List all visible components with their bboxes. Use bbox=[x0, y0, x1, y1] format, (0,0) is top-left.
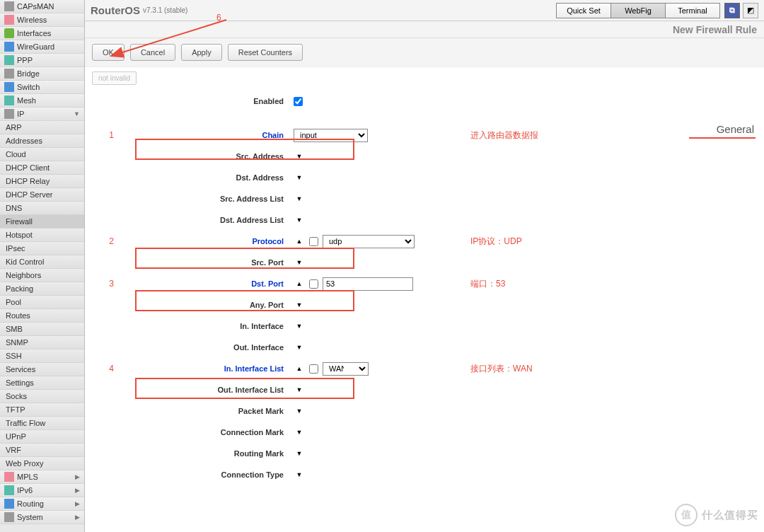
protocol-select[interactable]: udp bbox=[323, 235, 415, 248]
quickset-button[interactable]: Quick Set bbox=[556, 3, 611, 18]
sidebar-item-dhcp-client[interactable]: DHCP Client bbox=[0, 161, 84, 175]
sidebar-item-tftp[interactable]: TFTP bbox=[0, 403, 84, 417]
sidebar-item-label: VRF bbox=[6, 446, 21, 454]
ok-button[interactable]: OK bbox=[92, 44, 125, 61]
sidebar-item-routes[interactable]: Routes bbox=[0, 309, 84, 323]
page-title: New Firewall Rule bbox=[673, 24, 757, 35]
sidebar-item-kid-control[interactable]: Kid Control bbox=[0, 255, 84, 269]
cancel-button[interactable]: Cancel bbox=[130, 44, 175, 61]
dst-port-input[interactable] bbox=[323, 277, 413, 291]
in-iflist-invert-checkbox[interactable] bbox=[309, 364, 318, 374]
collapse-icon[interactable]: ▲ bbox=[294, 364, 305, 373]
routing-mark-label: Routing Mark bbox=[131, 449, 294, 458]
sidebar-item-label: Mesh bbox=[17, 96, 36, 105]
sidebar-item-snmp[interactable]: SNMP bbox=[0, 336, 84, 349]
expand-icon[interactable]: ▼ bbox=[294, 449, 305, 458]
annot-3-text: 端口：53 bbox=[470, 278, 505, 290]
expand-icon[interactable]: ▼ bbox=[294, 386, 305, 394]
expand-icon[interactable]: ▼ bbox=[294, 470, 305, 479]
sidebar-item-system[interactable]: System▶ bbox=[0, 511, 84, 524]
dst-port-invert-checkbox[interactable] bbox=[309, 279, 318, 289]
sidebar-item-dns[interactable]: DNS bbox=[0, 202, 84, 215]
sidebar-item-ipsec[interactable]: IPsec bbox=[0, 242, 84, 255]
sidebar-item-pool[interactable]: Pool bbox=[0, 296, 84, 309]
sidebar-item-dhcp-relay[interactable]: DHCP Relay bbox=[0, 175, 84, 188]
annot-1-number: 1 bbox=[92, 130, 131, 140]
out-interface-list-label: Out. Interface List bbox=[131, 386, 294, 394]
watermark: 值 什么值得买 bbox=[675, 504, 758, 526]
sidebar-item-packing[interactable]: Packing bbox=[0, 282, 84, 296]
expand-icon[interactable]: ▼ bbox=[294, 173, 305, 182]
sidebar-item-bridge[interactable]: Bridge bbox=[0, 67, 84, 81]
src-address-list-label: Src. Address List bbox=[131, 195, 294, 203]
sidebar-item-label: IPv6 bbox=[17, 486, 33, 495]
chevron-icon: ▶ bbox=[75, 487, 80, 494]
chain-select[interactable]: input bbox=[294, 129, 368, 142]
sidebar-item-hotspot[interactable]: Hotspot bbox=[0, 229, 84, 242]
menu-icon bbox=[4, 69, 14, 79]
sidebar-item-smb[interactable]: SMB bbox=[0, 323, 84, 336]
sidebar-item-firewall[interactable]: Firewall bbox=[0, 215, 84, 229]
webfig-button[interactable]: WebFig bbox=[610, 3, 666, 18]
sidebar-item-dhcp-server[interactable]: DHCP Server bbox=[0, 188, 84, 202]
product-title: RouterOS bbox=[91, 4, 140, 16]
sidebar-item-wireguard[interactable]: WireGuard bbox=[0, 40, 84, 54]
enabled-checkbox[interactable] bbox=[294, 97, 303, 106]
sidebar-item-capsman[interactable]: CAPsMAN bbox=[0, 0, 84, 13]
terminal-button[interactable]: Terminal bbox=[665, 3, 720, 18]
sidebar-item-ipv6[interactable]: IPv6▶ bbox=[0, 484, 84, 497]
in-interface-list-select[interactable]: WAN bbox=[323, 362, 369, 376]
sidebar-item-vrf[interactable]: VRF bbox=[0, 444, 84, 457]
sidebar-item-arp[interactable]: ARP bbox=[0, 121, 84, 134]
dst-port-label: Dst. Port bbox=[131, 279, 294, 288]
sidebar-item-label: Pool bbox=[6, 298, 21, 306]
menu-icon bbox=[4, 499, 14, 509]
sidebar-item-ssh[interactable]: SSH bbox=[0, 349, 84, 363]
tab-general[interactable]: General bbox=[717, 123, 754, 135]
sidebar-item-mesh[interactable]: Mesh bbox=[0, 94, 84, 108]
sidebar-item-interfaces[interactable]: Interfaces bbox=[0, 27, 84, 40]
sidebar-item-label: IP bbox=[17, 110, 24, 118]
sidebar-item-mpls[interactable]: MPLS▶ bbox=[0, 470, 84, 484]
sidebar-item-routing[interactable]: Routing▶ bbox=[0, 497, 84, 511]
sidebar-item-upnp[interactable]: UPnP bbox=[0, 430, 84, 444]
expand-icon[interactable]: ▼ bbox=[294, 216, 305, 224]
apply-button[interactable]: Apply bbox=[181, 44, 222, 61]
expand-icon[interactable]: ▼ bbox=[294, 195, 305, 203]
winbox-icon[interactable]: ⧉ bbox=[724, 3, 740, 18]
src-port-label: Src. Port bbox=[131, 258, 294, 267]
collapse-icon[interactable]: ▲ bbox=[294, 279, 305, 288]
reset-counters-button[interactable]: Reset Counters bbox=[228, 44, 303, 61]
expand-icon[interactable]: ▼ bbox=[294, 428, 305, 436]
expand-icon[interactable]: ▼ bbox=[294, 301, 305, 309]
sidebar-item-neighbors[interactable]: Neighbors bbox=[0, 269, 84, 282]
sidebar-item-cloud[interactable]: Cloud bbox=[0, 148, 84, 161]
sidebar-item-label: Settings bbox=[6, 378, 34, 387]
expand-icon[interactable]: ▼ bbox=[294, 258, 305, 267]
sidebar-item-ppp[interactable]: PPP bbox=[0, 54, 84, 67]
connection-type-label: Connection Type bbox=[131, 470, 294, 479]
sidebar-item-label: Wireless bbox=[17, 16, 47, 24]
sidebar-item-traffic-flow[interactable]: Traffic Flow bbox=[0, 417, 84, 430]
protocol-invert-checkbox[interactable] bbox=[309, 237, 318, 246]
sidebar-item-wireless[interactable]: Wireless bbox=[0, 13, 84, 27]
annot-1-text: 进入路由器数据报 bbox=[470, 129, 538, 141]
expand-icon[interactable]: ▼ bbox=[294, 343, 305, 352]
sidebar-item-addresses[interactable]: Addresses bbox=[0, 134, 84, 148]
sub-header: New Firewall Rule bbox=[85, 21, 764, 38]
out-interface-label: Out. Interface bbox=[131, 343, 294, 352]
expand-icon[interactable]: ▼ bbox=[294, 322, 305, 330]
sidebar-item-socks[interactable]: Socks bbox=[0, 390, 84, 403]
expand-icon[interactable]: ▼ bbox=[294, 152, 305, 161]
sidebar-item-services[interactable]: Services bbox=[0, 363, 84, 376]
main-panel: RouterOS v7.3.1 (stable) Quick Set WebFi… bbox=[85, 0, 764, 532]
sidebar-item-switch[interactable]: Switch bbox=[0, 81, 84, 94]
sidebar-item-ip[interactable]: IP▼ bbox=[0, 108, 84, 121]
sidebar-item-settings[interactable]: Settings bbox=[0, 376, 84, 390]
expand-icon[interactable]: ▼ bbox=[294, 407, 305, 415]
menu-icon bbox=[4, 1, 14, 11]
enabled-label: Enabled bbox=[131, 97, 294, 105]
graph-icon[interactable]: ◩ bbox=[743, 3, 758, 18]
sidebar-item-web-proxy[interactable]: Web Proxy bbox=[0, 457, 84, 470]
collapse-icon[interactable]: ▲ bbox=[294, 237, 305, 245]
